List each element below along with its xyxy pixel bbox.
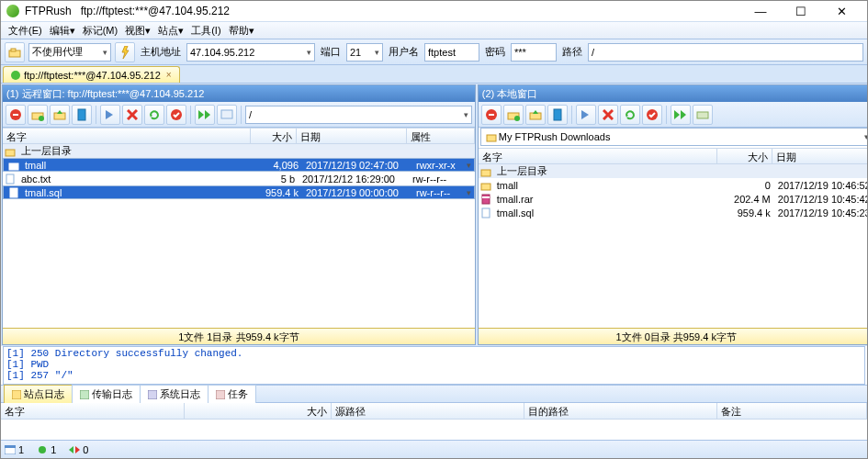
view-button[interactable]	[217, 105, 237, 125]
col-name[interactable]: 名字	[3, 129, 251, 143]
queue-button[interactable]	[195, 105, 215, 125]
up-dir-row[interactable]: 上一层目录	[3, 144, 475, 158]
col-attr[interactable]: 属性	[407, 129, 475, 143]
proxy-select[interactable]: 不使用代理	[28, 43, 111, 62]
app-name: FTPRush	[25, 5, 72, 17]
abort-button[interactable]	[166, 105, 186, 125]
connection-toolbar: 不使用代理 主机地址 47.104.95.212 端口 21 用户名 密码 路径	[1, 39, 867, 65]
tab-label: 传输日志	[92, 387, 132, 401]
local-file-list[interactable]: 上一层目录 tmall02017/12/19 10:46:52tmall.rar…	[479, 164, 868, 328]
dropdown-icon[interactable]: ▾	[864, 132, 868, 141]
minimize-button[interactable]: —	[740, 1, 781, 21]
updir-label: 上一层目录	[17, 144, 75, 158]
qcol-name[interactable]: 名字	[1, 403, 185, 419]
up-dir-button[interactable]	[525, 105, 546, 125]
status-item: 1	[37, 444, 56, 455]
menu-help[interactable]: 帮助▾	[225, 24, 258, 38]
connected-icon	[11, 71, 20, 80]
maximize-button[interactable]: ☐	[781, 1, 821, 21]
transfer-button[interactable]	[100, 105, 120, 125]
queue-button[interactable]	[671, 105, 691, 125]
tab-system-log[interactable]: 系统日志	[140, 385, 209, 403]
col-size[interactable]: 大小	[717, 149, 772, 163]
col-name[interactable]: 名字	[479, 149, 717, 163]
remote-path-dropdown[interactable]: /	[245, 106, 472, 124]
refresh-button[interactable]	[620, 105, 640, 125]
abort-button[interactable]	[642, 105, 662, 125]
qcol-src[interactable]: 源路径	[332, 403, 524, 419]
svg-marker-2	[122, 46, 129, 59]
lightning-button[interactable]	[115, 42, 135, 62]
col-size[interactable]: 大小	[251, 129, 297, 143]
reconnect-button[interactable]	[28, 105, 48, 125]
menu-mark[interactable]: 标记(M)	[79, 24, 122, 38]
separator	[96, 106, 96, 124]
qcol-remark[interactable]: 备注	[717, 403, 867, 419]
tab-transfer-log[interactable]: 传输日志	[72, 385, 141, 403]
window-icon	[5, 445, 16, 454]
menu-site[interactable]: 站点▾	[154, 24, 187, 38]
qcol-dst[interactable]: 目的路径	[524, 403, 717, 419]
file-date: 2017/12/19 00:00:00	[302, 187, 412, 198]
up-dir-button[interactable]	[50, 105, 70, 125]
tab-tasks[interactable]: 任务	[208, 385, 256, 403]
drive-button[interactable]	[693, 105, 713, 125]
username-input[interactable]	[424, 43, 479, 62]
menu-file[interactable]: 文件(E)	[5, 24, 46, 38]
menu-view[interactable]: 视图▾	[121, 24, 154, 38]
tab-label: 任务	[228, 387, 248, 401]
session-tab-bar: ftp://ftptest:***@47.104.95.212 ×	[1, 65, 867, 84]
file-size: 0	[719, 180, 774, 191]
tab-site-log[interactable]: 站点日志	[4, 385, 73, 403]
status-item: 0	[69, 444, 88, 455]
queue-list[interactable]	[1, 420, 867, 440]
svg-marker-10	[106, 110, 113, 119]
tab-label: 系统日志	[160, 387, 200, 401]
local-path-bar[interactable]: My FTPRush Downloads ▾	[480, 128, 868, 146]
title-bar: FTPRush ftp://ftptest:***@47.104.95.212 …	[1, 1, 867, 21]
log-panel[interactable]: [1] 250 Directory successfully changed. …	[3, 346, 865, 385]
port-label: 端口	[319, 45, 343, 59]
menu-tools[interactable]: 工具(I)	[187, 24, 224, 38]
file-date: 2017/12/19 02:47:00	[302, 160, 412, 171]
local-toolbar	[479, 102, 868, 128]
file-row[interactable]: tmall.rar202.4 M2017/12/19 10:45:42	[479, 192, 868, 206]
transfer-button[interactable]	[576, 105, 596, 125]
quick-connect-button[interactable]	[5, 42, 25, 62]
close-button[interactable]: ✕	[821, 1, 862, 21]
svg-marker-16	[205, 110, 210, 119]
file-row[interactable]: tmall.sql959.4 k2017/12/19 10:45:23	[479, 206, 868, 219]
delete-button[interactable]	[122, 105, 142, 125]
file-row[interactable]: tmall.sql959.4 k2017/12/19 00:00:00rw-r-…	[3, 185, 475, 199]
file-row[interactable]: tmall4,0962017/12/19 02:47:00rwxr-xr-x	[3, 158, 475, 172]
open-button[interactable]	[503, 105, 524, 125]
host-input[interactable]: 47.104.95.212	[186, 43, 315, 62]
up-dir-row[interactable]: 上一层目录	[479, 164, 868, 178]
file-row[interactable]: tmall02017/12/19 10:46:52	[479, 178, 868, 192]
updir-label: 上一层目录	[493, 164, 551, 178]
port-input[interactable]: 21	[346, 43, 383, 62]
password-input[interactable]	[511, 43, 557, 62]
session-tab-close[interactable]: ×	[166, 70, 172, 80]
file-date: 2017/12/19 10:46:52	[774, 180, 868, 191]
qcol-size[interactable]: 大小	[185, 403, 332, 419]
bookmark-button[interactable]	[547, 105, 568, 125]
delete-button[interactable]	[598, 105, 618, 125]
svg-rect-19	[9, 163, 18, 170]
refresh-button[interactable]	[144, 105, 164, 125]
path-input[interactable]	[588, 43, 863, 62]
status-item: 1	[5, 444, 24, 455]
svg-marker-50	[69, 446, 73, 453]
file-name: tmall.rar	[493, 194, 719, 205]
file-row[interactable]: abc.txt5 b2017/12/12 16:29:00rw-r--r--	[3, 172, 475, 185]
bookmark-button[interactable]	[72, 105, 92, 125]
menu-edit[interactable]: 编辑▾	[46, 24, 79, 38]
col-date[interactable]: 日期	[772, 149, 868, 163]
disconnect-button[interactable]	[481, 105, 502, 125]
remote-file-list[interactable]: 上一层目录 tmall4,0962017/12/19 02:47:00rwxr-…	[3, 144, 475, 328]
session-tab[interactable]: ftp://ftptest:***@47.104.95.212 ×	[3, 66, 180, 83]
col-date[interactable]: 日期	[297, 129, 407, 143]
status-value: 0	[83, 444, 88, 455]
disconnect-button[interactable]	[6, 105, 26, 125]
file-size: 959.4 k	[719, 207, 774, 218]
